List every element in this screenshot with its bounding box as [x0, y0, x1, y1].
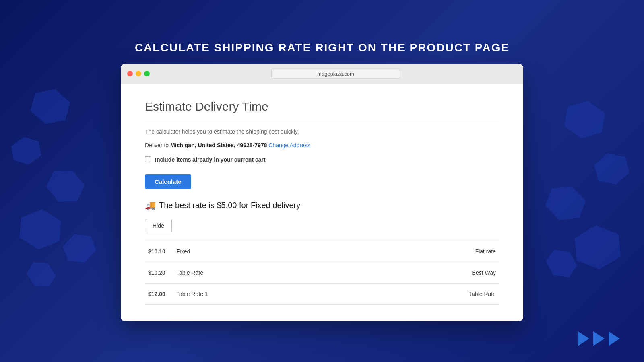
- url-bar[interactable]: mageplaza.com: [271, 69, 400, 79]
- rate-price: $10.20: [145, 262, 173, 283]
- subtitle-text: The calculator helps you to estimate the…: [145, 128, 499, 135]
- include-cart-items-label: Include items already in your current ca…: [155, 156, 266, 163]
- browser-dots: [127, 71, 150, 76]
- hide-button[interactable]: Hide: [145, 219, 172, 232]
- best-rate-text: The best rate is $5.00 for Fixed deliver…: [159, 201, 300, 210]
- minimize-button-dot[interactable]: [136, 71, 141, 76]
- deliver-to-row: Deliver to Michigan, United States, 4962…: [145, 142, 499, 148]
- hex-deco: [28, 84, 72, 129]
- best-rate-row: 🚚 The best rate is $5.00 for Fixed deliv…: [145, 200, 499, 211]
- maximize-button-dot[interactable]: [144, 71, 150, 76]
- rate-price: $10.10: [145, 241, 173, 262]
- include-cart-items-row: Include items already in your current ca…: [145, 156, 499, 163]
- hex-deco: [592, 149, 632, 189]
- hex-deco: [562, 97, 607, 142]
- deliver-to-address: Michigan, United States, 49628-7978: [170, 142, 267, 148]
- page-title: CALCULATE SHIPPING RATE RIGHT ON THE PRO…: [135, 41, 509, 54]
- hex-deco: [542, 244, 581, 283]
- rate-carrier: Table Rate: [347, 283, 499, 304]
- table-row: $12.00 Table Rate 1 Table Rate: [145, 283, 499, 304]
- close-button-dot[interactable]: [127, 71, 133, 76]
- rate-price: $12.00: [145, 283, 173, 304]
- section-title: Estimate Delivery Time: [145, 100, 499, 113]
- hex-deco: [574, 223, 621, 271]
- arrow-decorations: [578, 331, 620, 346]
- rate-method: Table Rate 1: [173, 283, 347, 304]
- table-row: $10.20 Table Rate Best Way: [145, 262, 499, 283]
- hex-deco: [60, 229, 99, 267]
- hex-deco: [23, 257, 59, 292]
- include-cart-items-checkbox[interactable]: [145, 156, 151, 162]
- hex-deco: [542, 180, 588, 226]
- arrow-right-icon: [593, 331, 605, 346]
- rates-table: $10.10 Fixed Flat rate $10.20 Table Rate…: [145, 241, 499, 305]
- truck-icon: 🚚: [145, 200, 156, 211]
- rate-method: Table Rate: [173, 262, 347, 283]
- table-row: $10.10 Fixed Flat rate: [145, 241, 499, 262]
- hex-deco: [19, 208, 62, 251]
- arrow-right-icon: [578, 331, 589, 346]
- arrow-right-icon: [609, 331, 620, 346]
- browser-window: mageplaza.com Estimate Delivery Time The…: [121, 64, 523, 321]
- title-divider: [145, 120, 499, 120]
- hex-deco: [43, 163, 88, 209]
- hex-deco: [10, 134, 42, 167]
- rate-method: Fixed: [173, 241, 347, 262]
- browser-content: Estimate Delivery Time The calculator he…: [121, 84, 523, 321]
- calculate-button[interactable]: Calculate: [145, 174, 191, 189]
- change-address-link[interactable]: Change Address: [268, 142, 310, 148]
- browser-chrome: mageplaza.com: [121, 64, 523, 84]
- deliver-to-prefix: Deliver to: [145, 142, 170, 148]
- rate-carrier: Best Way: [347, 262, 499, 283]
- rate-carrier: Flat rate: [347, 241, 499, 262]
